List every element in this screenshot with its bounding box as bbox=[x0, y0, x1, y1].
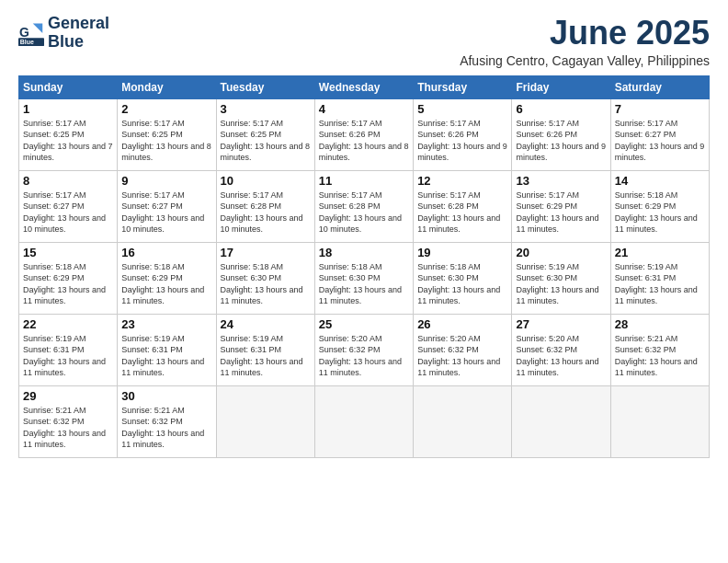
day-number: 16 bbox=[121, 246, 211, 259]
calendar-cell: 27Sunrise: 5:20 AM Sunset: 6:32 PM Dayli… bbox=[512, 314, 610, 385]
day-info: Sunrise: 5:17 AM Sunset: 6:26 PM Dayligh… bbox=[417, 118, 507, 164]
logo: G Blue General Blue bbox=[18, 15, 109, 52]
logo-icon: G Blue bbox=[18, 20, 44, 46]
day-number: 12 bbox=[417, 174, 507, 188]
day-info: Sunrise: 5:17 AM Sunset: 6:28 PM Dayligh… bbox=[221, 190, 311, 236]
calendar-cell: 22Sunrise: 5:19 AM Sunset: 6:31 PM Dayli… bbox=[19, 314, 118, 385]
day-number: 2 bbox=[121, 102, 211, 116]
svg-marker-2 bbox=[33, 23, 43, 33]
subtitle: Afusing Centro, Cagayan Valley, Philippi… bbox=[460, 53, 710, 68]
calendar-cell: 24Sunrise: 5:19 AM Sunset: 6:31 PM Dayli… bbox=[216, 314, 314, 385]
calendar-cell: 7Sunrise: 5:17 AM Sunset: 6:27 PM Daylig… bbox=[610, 98, 709, 170]
day-number: 14 bbox=[615, 174, 705, 188]
day-info: Sunrise: 5:18 AM Sunset: 6:29 PM Dayligh… bbox=[615, 190, 705, 236]
col-sunday: Sunday bbox=[19, 75, 118, 98]
day-number: 1 bbox=[23, 102, 113, 116]
calendar-cell bbox=[216, 385, 314, 457]
calendar-cell: 29Sunrise: 5:21 AM Sunset: 6:32 PM Dayli… bbox=[19, 385, 118, 457]
calendar-cell: 10Sunrise: 5:17 AM Sunset: 6:28 PM Dayli… bbox=[216, 170, 314, 242]
day-number: 6 bbox=[516, 102, 606, 116]
day-number: 26 bbox=[417, 317, 507, 331]
svg-text:G: G bbox=[19, 24, 29, 39]
day-info: Sunrise: 5:18 AM Sunset: 6:30 PM Dayligh… bbox=[221, 261, 311, 307]
day-info: Sunrise: 5:17 AM Sunset: 6:28 PM Dayligh… bbox=[417, 190, 507, 236]
day-info: Sunrise: 5:17 AM Sunset: 6:27 PM Dayligh… bbox=[615, 118, 705, 164]
svg-text:Blue: Blue bbox=[20, 39, 34, 45]
calendar-week-3: 15Sunrise: 5:18 AM Sunset: 6:29 PM Dayli… bbox=[19, 242, 710, 314]
col-thursday: Thursday bbox=[414, 75, 512, 98]
day-number: 15 bbox=[23, 246, 113, 259]
day-info: Sunrise: 5:18 AM Sunset: 6:29 PM Dayligh… bbox=[23, 261, 113, 307]
calendar-cell: 13Sunrise: 5:17 AM Sunset: 6:29 PM Dayli… bbox=[512, 170, 610, 242]
day-info: Sunrise: 5:17 AM Sunset: 6:25 PM Dayligh… bbox=[221, 118, 311, 164]
day-number: 8 bbox=[23, 174, 113, 188]
day-number: 29 bbox=[23, 389, 113, 403]
calendar-cell: 16Sunrise: 5:18 AM Sunset: 6:29 PM Dayli… bbox=[118, 242, 216, 314]
day-info: Sunrise: 5:17 AM Sunset: 6:26 PM Dayligh… bbox=[319, 118, 409, 164]
calendar-cell: 2Sunrise: 5:17 AM Sunset: 6:25 PM Daylig… bbox=[118, 98, 216, 170]
col-wednesday: Wednesday bbox=[314, 75, 413, 98]
calendar-cell: 8Sunrise: 5:17 AM Sunset: 6:27 PM Daylig… bbox=[19, 170, 118, 242]
calendar-cell: 9Sunrise: 5:17 AM Sunset: 6:27 PM Daylig… bbox=[118, 170, 216, 242]
calendar-cell: 4Sunrise: 5:17 AM Sunset: 6:26 PM Daylig… bbox=[314, 98, 413, 170]
day-info: Sunrise: 5:18 AM Sunset: 6:30 PM Dayligh… bbox=[417, 261, 507, 307]
day-number: 5 bbox=[417, 102, 507, 116]
calendar-cell: 20Sunrise: 5:19 AM Sunset: 6:30 PM Dayli… bbox=[512, 242, 610, 314]
day-info: Sunrise: 5:17 AM Sunset: 6:29 PM Dayligh… bbox=[516, 190, 606, 236]
day-info: Sunrise: 5:18 AM Sunset: 6:29 PM Dayligh… bbox=[121, 261, 211, 307]
day-number: 17 bbox=[221, 246, 311, 259]
calendar-cell: 17Sunrise: 5:18 AM Sunset: 6:30 PM Dayli… bbox=[216, 242, 314, 314]
calendar-cell: 5Sunrise: 5:17 AM Sunset: 6:26 PM Daylig… bbox=[414, 98, 512, 170]
calendar-cell: 3Sunrise: 5:17 AM Sunset: 6:25 PM Daylig… bbox=[216, 98, 314, 170]
day-number: 4 bbox=[319, 102, 409, 116]
calendar-cell bbox=[512, 385, 610, 457]
day-info: Sunrise: 5:20 AM Sunset: 6:32 PM Dayligh… bbox=[516, 333, 606, 379]
day-info: Sunrise: 5:17 AM Sunset: 6:25 PM Dayligh… bbox=[23, 118, 113, 164]
day-number: 21 bbox=[615, 246, 705, 259]
page: G Blue General Blue June 2025 Afusing Ce… bbox=[0, 0, 728, 563]
title-block: June 2025 Afusing Centro, Cagayan Valley… bbox=[460, 15, 710, 68]
calendar-cell: 19Sunrise: 5:18 AM Sunset: 6:30 PM Dayli… bbox=[414, 242, 512, 314]
calendar-cell: 12Sunrise: 5:17 AM Sunset: 6:28 PM Dayli… bbox=[414, 170, 512, 242]
calendar-cell: 21Sunrise: 5:19 AM Sunset: 6:31 PM Dayli… bbox=[610, 242, 709, 314]
calendar-cell: 15Sunrise: 5:18 AM Sunset: 6:29 PM Dayli… bbox=[19, 242, 118, 314]
day-info: Sunrise: 5:20 AM Sunset: 6:32 PM Dayligh… bbox=[319, 333, 409, 379]
calendar-cell bbox=[314, 385, 413, 457]
day-number: 11 bbox=[319, 174, 409, 188]
day-info: Sunrise: 5:17 AM Sunset: 6:28 PM Dayligh… bbox=[319, 190, 409, 236]
day-info: Sunrise: 5:19 AM Sunset: 6:31 PM Dayligh… bbox=[23, 333, 113, 379]
calendar-week-2: 8Sunrise: 5:17 AM Sunset: 6:27 PM Daylig… bbox=[19, 170, 710, 242]
day-info: Sunrise: 5:17 AM Sunset: 6:27 PM Dayligh… bbox=[121, 190, 211, 236]
logo-line2: Blue bbox=[48, 33, 109, 52]
day-info: Sunrise: 5:21 AM Sunset: 6:32 PM Dayligh… bbox=[23, 405, 113, 451]
day-number: 25 bbox=[319, 317, 409, 331]
day-number: 30 bbox=[121, 389, 211, 403]
day-info: Sunrise: 5:19 AM Sunset: 6:31 PM Dayligh… bbox=[121, 333, 211, 379]
calendar-cell: 18Sunrise: 5:18 AM Sunset: 6:30 PM Dayli… bbox=[314, 242, 413, 314]
col-tuesday: Tuesday bbox=[216, 75, 314, 98]
day-info: Sunrise: 5:18 AM Sunset: 6:30 PM Dayligh… bbox=[319, 261, 409, 307]
day-info: Sunrise: 5:19 AM Sunset: 6:31 PM Dayligh… bbox=[221, 333, 311, 379]
calendar-cell: 26Sunrise: 5:20 AM Sunset: 6:32 PM Dayli… bbox=[414, 314, 512, 385]
day-info: Sunrise: 5:21 AM Sunset: 6:32 PM Dayligh… bbox=[615, 333, 705, 379]
day-number: 23 bbox=[121, 317, 211, 331]
day-number: 13 bbox=[516, 174, 606, 188]
month-title: June 2025 bbox=[460, 15, 710, 52]
calendar-cell: 1Sunrise: 5:17 AM Sunset: 6:25 PM Daylig… bbox=[19, 98, 118, 170]
day-info: Sunrise: 5:19 AM Sunset: 6:31 PM Dayligh… bbox=[615, 261, 705, 307]
calendar-cell: 28Sunrise: 5:21 AM Sunset: 6:32 PM Dayli… bbox=[610, 314, 709, 385]
col-saturday: Saturday bbox=[610, 75, 709, 98]
col-friday: Friday bbox=[512, 75, 610, 98]
day-number: 9 bbox=[121, 174, 211, 188]
calendar-cell: 14Sunrise: 5:18 AM Sunset: 6:29 PM Dayli… bbox=[610, 170, 709, 242]
day-number: 19 bbox=[417, 246, 507, 259]
calendar-cell: 25Sunrise: 5:20 AM Sunset: 6:32 PM Dayli… bbox=[314, 314, 413, 385]
calendar-week-4: 22Sunrise: 5:19 AM Sunset: 6:31 PM Dayli… bbox=[19, 314, 710, 385]
day-info: Sunrise: 5:17 AM Sunset: 6:26 PM Dayligh… bbox=[516, 118, 606, 164]
calendar-cell: 23Sunrise: 5:19 AM Sunset: 6:31 PM Dayli… bbox=[118, 314, 216, 385]
day-number: 18 bbox=[319, 246, 409, 259]
calendar-week-5: 29Sunrise: 5:21 AM Sunset: 6:32 PM Dayli… bbox=[19, 385, 710, 457]
day-number: 3 bbox=[221, 102, 311, 116]
calendar-cell: 30Sunrise: 5:21 AM Sunset: 6:32 PM Dayli… bbox=[118, 385, 216, 457]
day-number: 24 bbox=[221, 317, 311, 331]
